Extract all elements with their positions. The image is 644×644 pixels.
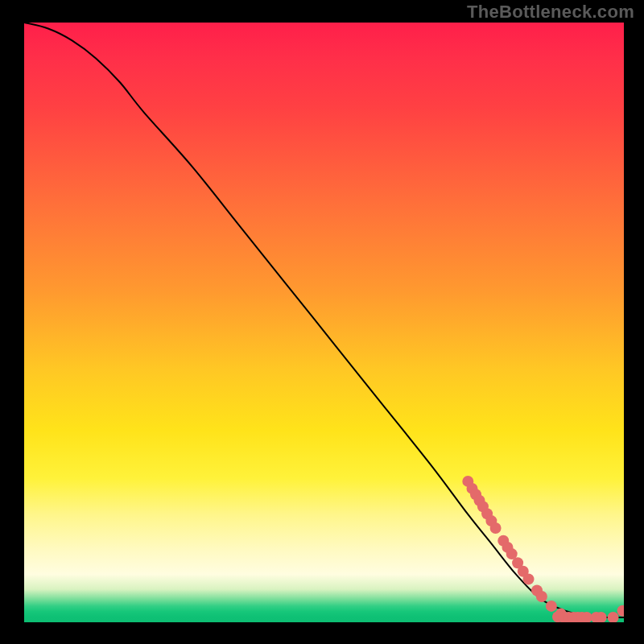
background-gradient	[24, 23, 624, 622]
watermark-text: TheBottleneck.com	[467, 2, 634, 23]
plot-area	[24, 23, 624, 622]
chart-frame: TheBottleneck.com	[0, 0, 644, 644]
